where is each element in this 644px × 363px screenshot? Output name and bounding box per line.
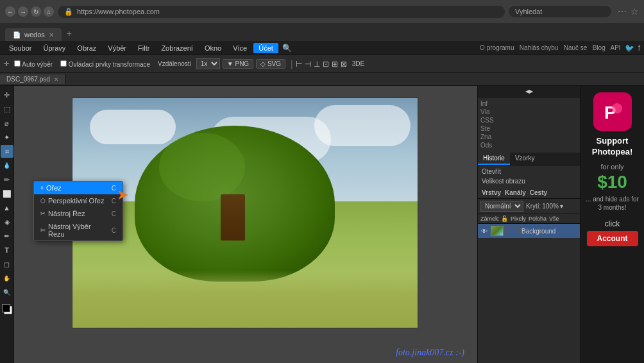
auto-select-checkbox[interactable]: Auto výběr bbox=[12, 59, 55, 69]
ste-label: Ste bbox=[480, 125, 490, 132]
layer-mode-select[interactable]: Normální bbox=[480, 201, 523, 212]
search-bar[interactable]: Vyhledat bbox=[509, 6, 611, 17]
lock-position-label[interactable]: Poloha bbox=[529, 215, 547, 222]
tool-lasso[interactable]: ⌀ bbox=[1, 117, 13, 130]
menu-vice[interactable]: Více bbox=[228, 43, 252, 53]
tab-close-icon[interactable]: ✕ bbox=[49, 31, 54, 38]
account-button[interactable]: Account bbox=[587, 231, 638, 246]
menu-soubor[interactable]: Soubor bbox=[4, 43, 37, 53]
app: Soubor Úpravy Obraz Výběr Filtr Zobrazen… bbox=[0, 41, 644, 363]
cesty-label[interactable]: Cesty bbox=[530, 189, 547, 196]
twitter-icon[interactable]: 🐦 bbox=[625, 44, 634, 53]
address-bar[interactable]: 🔒 https://www.photopea.com bbox=[58, 6, 505, 18]
menu-ucet[interactable]: Účet bbox=[253, 43, 278, 53]
browser-tab[interactable]: 📄 wedos ✕ bbox=[5, 28, 62, 41]
align-top-icon[interactable]: ⊡ bbox=[323, 60, 329, 69]
tool-hand[interactable]: ✋ bbox=[1, 272, 13, 285]
lock-all-label[interactable]: Vše bbox=[549, 215, 559, 222]
tool-move[interactable]: ✛ bbox=[1, 89, 13, 101]
transform-checkbox[interactable]: Ovládací prvky transformace bbox=[58, 59, 153, 69]
lock-pixels-label[interactable]: Pixely bbox=[511, 215, 526, 222]
context-slice-select-label: Nástroj Výběr Řezu bbox=[48, 223, 108, 238]
watermark-text: foto.jinak007.cz :-) bbox=[396, 348, 464, 357]
otevrit-item[interactable]: Otevřít bbox=[479, 167, 579, 176]
tool-shape[interactable]: ◻ bbox=[1, 258, 13, 271]
vrstvy-label[interactable]: Vrstvy bbox=[482, 189, 501, 196]
move-icon: ✛ bbox=[4, 60, 9, 67]
lock-icon[interactable]: 🔓 bbox=[501, 215, 508, 222]
tool-zoom[interactable]: 🔍 bbox=[1, 286, 13, 299]
opacity-chevron-icon[interactable]: ▾ bbox=[560, 203, 563, 210]
tool-magic-wand[interactable]: ✦ bbox=[1, 131, 13, 144]
opacity-value: 100% bbox=[542, 203, 559, 210]
file-tab-active[interactable]: DSC_0967.psd ✕ bbox=[0, 74, 66, 84]
lock-label: Zámek: bbox=[480, 215, 500, 222]
menu-right-links: O programu Nahlás chybu Nauč se Blog API bbox=[480, 44, 621, 51]
size-select[interactable]: 1x bbox=[196, 58, 220, 69]
ad-for-only-text: for only bbox=[600, 163, 623, 171]
menu-search-icon[interactable]: 🔍 bbox=[282, 44, 292, 53]
menu-zobrazeni[interactable]: Zobrazení bbox=[156, 43, 198, 53]
opacity-label: Krytí: bbox=[526, 203, 541, 210]
context-slice-select-shortcut: C bbox=[112, 227, 116, 234]
context-perspective-label: Perspektivní Ořez bbox=[48, 197, 104, 205]
file-tab-name: DSC_0967.psd bbox=[6, 76, 50, 83]
menu-okno[interactable]: Okno bbox=[199, 43, 226, 53]
tab-title: wedos bbox=[24, 31, 45, 38]
browser-tabs: 📄 wedos ✕ + bbox=[0, 23, 644, 41]
tool-pen[interactable]: ✒ bbox=[1, 230, 13, 242]
cloud-3 bbox=[314, 105, 411, 146]
tool-eraser[interactable]: ⬜ bbox=[1, 187, 13, 200]
svg-button[interactable]: ◇ SVG bbox=[256, 59, 285, 69]
panel-collapse-btn[interactable]: ◀▶ bbox=[478, 86, 580, 97]
properties-panel: Inf Vla CSS Ste Zna Ods bbox=[478, 97, 580, 153]
tool-brush[interactable]: ✏ bbox=[1, 173, 13, 186]
png-button[interactable]: ▼ PNG bbox=[223, 59, 253, 69]
watermark: foto.jinak007.cz :-) bbox=[396, 348, 464, 358]
layer-row-background[interactable]: 👁 Background bbox=[478, 224, 580, 238]
menu-obraz[interactable]: Obraz bbox=[72, 43, 101, 53]
align-middle-icon[interactable]: ⊞ bbox=[332, 60, 338, 69]
tool-gradient[interactable]: ◈ bbox=[1, 215, 13, 228]
align-right-icon[interactable]: ⊥ bbox=[314, 60, 320, 69]
menu-upravy[interactable]: Úpravy bbox=[38, 43, 71, 53]
auto-select-input[interactable] bbox=[14, 60, 21, 67]
tool-select-rect[interactable]: ⬚ bbox=[1, 103, 13, 115]
nav-forward-button[interactable]: → bbox=[18, 6, 28, 17]
align-center-h-icon[interactable]: ⊣ bbox=[305, 60, 311, 69]
context-menu: ⌗ Ořez C ⬡ Perspektivní Ořez C ✂ Nástroj bbox=[33, 181, 123, 241]
layer-visibility-icon[interactable]: 👁 bbox=[480, 227, 488, 235]
svg-point-2 bbox=[612, 103, 622, 114]
ad-logo: P bbox=[593, 92, 632, 131]
context-menu-slice[interactable]: ✂ Nástroj Řez C bbox=[34, 207, 123, 220]
context-menu-crop[interactable]: ⌗ Ořez C bbox=[34, 182, 123, 194]
ad-panel: P Support Photopea! for only $10 ... and… bbox=[580, 86, 644, 363]
tool-colors[interactable] bbox=[1, 303, 13, 316]
context-menu-perspective-crop[interactable]: ⬡ Perspektivní Ořez C bbox=[34, 194, 123, 207]
nav-home-button[interactable]: ⌂ bbox=[44, 6, 54, 17]
main-content: ✛ ⬚ ⌀ ✦ ⌗ 💧 ✏ ⬜ ▲ ◈ ✒ T ◻ ✋ 🔍 bbox=[0, 86, 644, 363]
extensions-icon: ⋯ bbox=[618, 6, 627, 17]
nav-back-button[interactable]: ← bbox=[5, 6, 15, 17]
nav-reload-button[interactable]: ↻ bbox=[31, 6, 41, 17]
menu-vyber[interactable]: Výběr bbox=[103, 43, 131, 53]
tool-text[interactable]: T bbox=[1, 244, 13, 257]
kanaly-label[interactable]: Kanály bbox=[505, 189, 526, 196]
menu-filtr[interactable]: Filtr bbox=[133, 43, 155, 53]
tool-fill[interactable]: ▲ bbox=[1, 201, 13, 214]
file-tab-close-icon[interactable]: ✕ bbox=[54, 76, 59, 83]
history-tab[interactable]: Historie bbox=[478, 153, 510, 165]
vzorky-tab[interactable]: Vzorky bbox=[510, 153, 540, 165]
align-left-icon[interactable]: ⊢ bbox=[296, 60, 302, 69]
tool-crop[interactable]: ⌗ bbox=[1, 145, 13, 158]
velikost-obrazu-item[interactable]: Velikost obrazu bbox=[479, 176, 579, 186]
transform-input[interactable] bbox=[60, 60, 67, 67]
facebook-icon[interactable]: f bbox=[638, 44, 640, 53]
arrow-indicator: ➤ bbox=[117, 185, 128, 203]
transform-label: Ovládací prvky transformace bbox=[69, 61, 150, 68]
new-tab-button[interactable]: + bbox=[62, 26, 77, 41]
tool-eyedropper[interactable]: 💧 bbox=[1, 159, 13, 172]
align-bottom-icon[interactable]: ⊠ bbox=[341, 60, 347, 69]
context-menu-slice-select[interactable]: ✄ Nástroj Výběr Řezu C bbox=[34, 220, 123, 241]
file-tabs: DSC_0967.psd ✕ bbox=[0, 73, 644, 86]
